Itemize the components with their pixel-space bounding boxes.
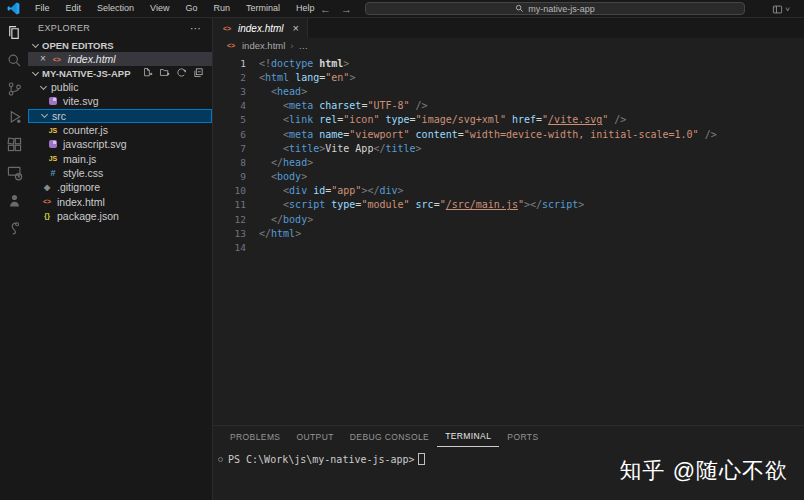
code-line-1: 1<!doctype html> (213, 56, 804, 70)
activity-explorer-icon[interactable] (0, 18, 28, 46)
code-line-2: 2<html lang="en"> (213, 70, 804, 84)
code-line-8: 8</head> (213, 155, 804, 169)
tree-item-main-js[interactable]: JSmain.js (28, 151, 212, 165)
terminal-prompt: PS C:\Work\js\my-native-js-app> (228, 454, 415, 465)
chevron-down-icon (32, 42, 39, 49)
html-file-icon: <> (221, 25, 233, 32)
terminal-cursor (418, 453, 425, 465)
vscode-window: FileEditSelectionViewGoRunTerminalHelp ←… (0, 0, 804, 500)
activity-bar (0, 18, 28, 500)
watermark-text: 知乎 @随心不欲 (620, 456, 788, 486)
menu-bar: FileEditSelectionViewGoRunTerminalHelp (27, 0, 322, 17)
tree-item-public[interactable]: public (28, 80, 212, 94)
code-line-9: 9<body> (213, 170, 804, 184)
layout-grid-icon (772, 4, 783, 15)
chevron-down-icon: ˅ (785, 5, 790, 14)
tree-item-src[interactable]: src (28, 109, 212, 123)
panel-tab-ports[interactable]: PORTS (499, 426, 546, 447)
tree-item-index-html[interactable]: <>index.html (28, 194, 212, 208)
menu-go[interactable]: Go (177, 0, 205, 17)
collapse-all-icon[interactable] (193, 67, 204, 80)
sidebar-header: EXPLORER ⋯ (28, 18, 212, 38)
title-bar: FileEditSelectionViewGoRunTerminalHelp ←… (0, 0, 804, 18)
code-line-5: 5<link rel="icon" type="image/svg+xml" h… (213, 113, 804, 127)
tree-item--gitignore[interactable]: ◆.gitignore (28, 180, 212, 194)
code-line-11: 11<script type="module" src="/src/main.j… (213, 198, 804, 212)
tree-item-style-css[interactable]: #style.css (28, 166, 212, 180)
tab-index-html[interactable]: <> index.html × (213, 18, 308, 38)
command-center-search[interactable]: my-native-js-app (365, 2, 745, 15)
code-line-6: 6<meta name="viewport" content="width=de… (213, 127, 804, 141)
chevron-down-icon (41, 112, 48, 119)
editor-tab-bar: <> index.html × (213, 18, 804, 38)
project-name-label: MY-NATIVE-JS-APP (42, 68, 131, 79)
activity-extensions-icon[interactable] (0, 130, 28, 158)
menu-run[interactable]: Run (205, 0, 238, 17)
menu-help[interactable]: Help (288, 0, 323, 17)
open-editors-section-header[interactable]: OPEN EDITORS (28, 38, 212, 52)
panel-tab-debug-console[interactable]: DEBUG CONSOLE (342, 426, 437, 447)
breadcrumb[interactable]: <> index.html › … (213, 38, 804, 53)
command-decoration-icon (218, 457, 223, 462)
close-icon[interactable]: × (40, 54, 46, 64)
code-line-13: 13</html> (213, 226, 804, 240)
forward-icon[interactable]: → (341, 3, 352, 15)
tree-item-counter-js[interactable]: JScounter.js (28, 123, 212, 137)
menu-file[interactable]: File (27, 0, 58, 17)
new-folder-icon[interactable] (159, 67, 170, 80)
activity-account-icon[interactable] (0, 186, 28, 214)
refresh-icon[interactable] (176, 67, 187, 80)
activity-remote-explorer-icon[interactable] (0, 158, 28, 186)
html-file-icon: <> (225, 42, 237, 49)
activity-extension-misc-icon[interactable] (0, 214, 28, 242)
breadcrumb-file[interactable]: index.html (242, 40, 285, 51)
tree-item-vite-svg[interactable]: vite.svg (28, 94, 212, 108)
code-line-14: 14 (213, 240, 804, 254)
html-file-icon: <> (51, 56, 63, 63)
panel-tab-problems[interactable]: PROBLEMS (222, 426, 288, 447)
vscode-logo-icon (7, 2, 23, 16)
open-editor-filename: index.html (68, 53, 116, 65)
activity-run-debug-icon[interactable] (0, 102, 28, 130)
back-icon[interactable]: ← (320, 3, 331, 15)
menu-terminal[interactable]: Terminal (238, 0, 288, 17)
open-editor-item[interactable]: × <> index.html (28, 52, 212, 66)
code-line-10: 10<div id="app"></div> (213, 184, 804, 198)
history-nav: ← → (320, 0, 352, 18)
menu-edit[interactable]: Edit (58, 0, 90, 17)
code-line-12: 12</body> (213, 212, 804, 226)
search-icon (515, 4, 524, 13)
customize-layout-button[interactable]: ˅ (772, 2, 790, 16)
code-line-7: 7<title>Vite App</title> (213, 141, 804, 155)
chevron-down-icon (40, 84, 47, 91)
menu-view[interactable]: View (142, 0, 177, 17)
code-editor[interactable]: 1<!doctype html>2<html lang="en">3<head>… (213, 53, 804, 255)
open-editors-label: OPEN EDITORS (42, 40, 114, 51)
new-file-icon[interactable] (142, 67, 153, 80)
panel-tab-bar: PROBLEMSOUTPUTDEBUG CONSOLETERMINALPORTS (213, 426, 804, 447)
project-section-header[interactable]: MY-NATIVE-JS-APP (28, 66, 212, 80)
explorer-sidebar: EXPLORER ⋯ OPEN EDITORS × <> index.html … (28, 18, 213, 500)
close-icon[interactable]: × (293, 22, 299, 34)
tab-label: index.html (238, 23, 284, 34)
activity-source-control-icon[interactable] (0, 74, 28, 102)
code-line-3: 3<head> (213, 84, 804, 98)
editor-area: <> index.html × <> index.html › … 1<!doc… (213, 18, 804, 425)
menu-selection[interactable]: Selection (89, 0, 142, 17)
panel-tab-terminal[interactable]: TERMINAL (437, 426, 499, 447)
activity-search-icon[interactable] (0, 46, 28, 74)
file-tree: publicvite.svgsrcJScounter.jsjavascript.… (28, 80, 212, 223)
more-actions-icon[interactable]: ⋯ (190, 22, 202, 35)
chevron-down-icon (32, 70, 39, 77)
tree-item-package-json[interactable]: {}package.json (28, 209, 212, 223)
panel-tab-output[interactable]: OUTPUT (288, 426, 341, 447)
sidebar-title: EXPLORER (38, 23, 90, 33)
project-actions (142, 67, 212, 80)
breadcrumb-separator: › (290, 40, 293, 51)
tree-item-javascript-svg[interactable]: javascript.svg (28, 137, 212, 151)
search-value: my-native-js-app (528, 4, 595, 14)
code-line-4: 4<meta charset="UTF-8" /> (213, 99, 804, 113)
breadcrumb-more[interactable]: … (298, 40, 308, 51)
